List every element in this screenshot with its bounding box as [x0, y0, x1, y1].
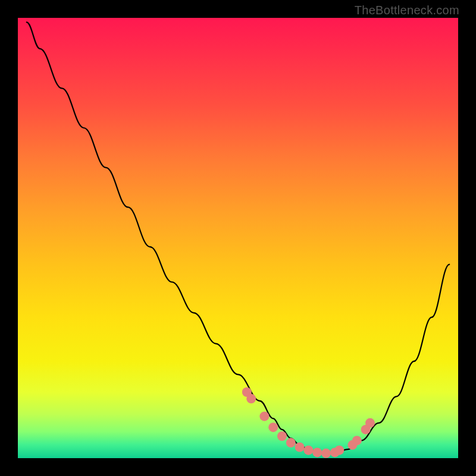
- chart-stage: TheBottleneck.com: [0, 0, 476, 476]
- highlight-dot: [334, 446, 344, 455]
- highlight-dot: [268, 422, 278, 432]
- highlight-dot: [303, 446, 313, 455]
- bottleneck-curve: [27, 22, 449, 453]
- highlight-dot: [286, 438, 296, 447]
- highlight-dot: [365, 418, 375, 428]
- highlight-dot: [259, 412, 269, 421]
- highlight-dot: [352, 436, 362, 445]
- chart-overlay: [18, 18, 458, 458]
- plot-area: [18, 18, 458, 458]
- highlight-dot: [321, 449, 331, 458]
- watermark-text: TheBottleneck.com: [355, 4, 459, 17]
- highlight-dot: [295, 443, 305, 452]
- highlight-dot: [277, 431, 287, 441]
- highlight-dot: [246, 394, 256, 403]
- highlight-dots: [242, 387, 375, 458]
- highlight-dot: [312, 447, 322, 457]
